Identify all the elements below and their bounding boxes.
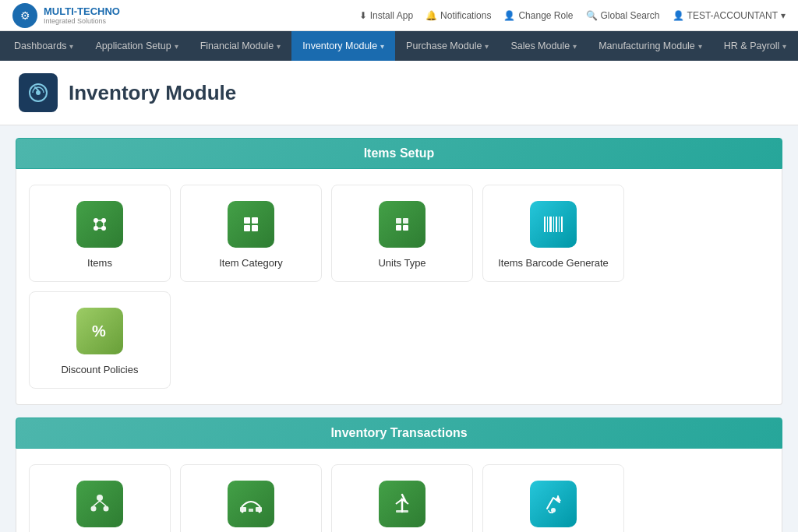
inventory-transactions-header: Inventory Transactions bbox=[16, 417, 782, 449]
items-setup-cards: Items Item Category bbox=[29, 185, 769, 389]
item-category-card[interactable]: Item Category bbox=[180, 185, 322, 282]
svg-rect-20 bbox=[547, 217, 548, 232]
svg-rect-34 bbox=[249, 509, 253, 512]
category-svg bbox=[239, 213, 263, 236]
svg-rect-23 bbox=[556, 217, 557, 232]
svg-rect-16 bbox=[403, 218, 408, 224]
inventory-adjustment-card[interactable]: Inventory Adjustment bbox=[29, 464, 171, 532]
svg-rect-25 bbox=[561, 217, 563, 232]
user-icon: 👤 bbox=[673, 10, 684, 21]
issue-svg bbox=[390, 491, 415, 516]
search-icon: 🔍 bbox=[586, 10, 598, 21]
change-role-btn[interactable]: 👤 Change Role bbox=[503, 10, 573, 21]
svg-rect-19 bbox=[544, 217, 546, 232]
nav-manufacturing-module[interactable]: Manufacturing Module ▾ bbox=[588, 31, 713, 61]
inventory-transactions-cards: Inventory Adjustment Inventory Tr bbox=[29, 464, 769, 532]
main-content: Items Setup bbox=[0, 125, 798, 532]
page-header: Inventory Module bbox=[0, 61, 798, 125]
bell-icon: 🔔 bbox=[425, 10, 437, 21]
chevron-down-icon: ▾ bbox=[69, 42, 73, 51]
units-type-label: Units Type bbox=[378, 257, 425, 269]
chevron-down-icon: ▾ bbox=[573, 42, 577, 51]
discount-icon: % bbox=[76, 308, 123, 354]
svg-rect-24 bbox=[559, 217, 560, 232]
items-setup-section: Items Setup bbox=[16, 138, 782, 405]
chevron-down-icon: ▾ bbox=[175, 42, 178, 51]
svg-rect-14 bbox=[252, 225, 258, 231]
nav-purchase-module[interactable]: Purchase Module ▾ bbox=[395, 31, 500, 61]
svg-text:%: % bbox=[92, 322, 106, 340]
barcode-generate-card[interactable]: Items Barcode Generate bbox=[482, 185, 624, 282]
svg-rect-11 bbox=[244, 217, 250, 224]
items-icon bbox=[76, 201, 123, 248]
chevron-down-icon: ▾ bbox=[485, 42, 489, 51]
items-label: Items bbox=[87, 257, 112, 269]
transfer-svg bbox=[238, 491, 263, 516]
install-icon: ⬇ bbox=[359, 10, 367, 21]
item-category-label: Item Category bbox=[219, 257, 283, 269]
nav-bar: Dashboards ▾ Application Setup ▾ Financi… bbox=[0, 31, 798, 61]
item-category-icon bbox=[228, 201, 274, 248]
svg-rect-17 bbox=[396, 225, 401, 231]
logo-icon: ⚙ bbox=[12, 3, 37, 28]
svg-rect-22 bbox=[553, 217, 554, 232]
svg-point-27 bbox=[97, 495, 103, 501]
barcode-svg bbox=[542, 213, 565, 235]
material-issue-icon bbox=[379, 481, 425, 527]
utility-actions: ⬇ Install App 🔔 Notifications 👤 Change R… bbox=[359, 10, 786, 21]
material-return-card[interactable]: Material Return Note bbox=[482, 464, 624, 532]
svg-line-30 bbox=[94, 501, 100, 506]
nav-inventory-module[interactable]: Inventory Module ▾ bbox=[291, 31, 395, 61]
install-app-btn[interactable]: ⬇ Install App bbox=[359, 10, 413, 21]
speedometer-icon bbox=[27, 82, 49, 104]
svg-rect-18 bbox=[403, 225, 408, 231]
discount-label: Discount Policies bbox=[62, 364, 139, 375]
return-svg bbox=[541, 491, 566, 516]
discount-policies-card[interactable]: % Discount Policies bbox=[29, 291, 171, 389]
svg-rect-37 bbox=[396, 510, 408, 513]
svg-rect-15 bbox=[396, 218, 401, 224]
items-setup-body: Items Item Category bbox=[16, 169, 782, 405]
nav-dashboards[interactable]: Dashboards ▾ bbox=[3, 31, 84, 61]
page-title: Inventory Module bbox=[69, 81, 236, 105]
nav-sales-module[interactable]: Sales Module ▾ bbox=[500, 31, 588, 61]
chevron-down-icon: ▾ bbox=[698, 42, 702, 51]
items-setup-header: Items Setup bbox=[16, 138, 782, 169]
material-return-icon bbox=[530, 481, 577, 527]
discount-svg: % bbox=[88, 319, 111, 343]
inventory-transactions-body: Inventory Adjustment Inventory Tr bbox=[16, 449, 782, 532]
inventory-adjustment-icon bbox=[76, 481, 123, 527]
notifications-btn[interactable]: 🔔 Notifications bbox=[425, 10, 491, 21]
svg-line-31 bbox=[100, 501, 106, 506]
units-type-card[interactable]: Units Type bbox=[331, 185, 473, 282]
barcode-label: Items Barcode Generate bbox=[498, 257, 609, 269]
svg-point-35 bbox=[242, 511, 244, 513]
svg-point-28 bbox=[91, 506, 97, 512]
module-icon bbox=[19, 73, 58, 112]
barcode-icon bbox=[530, 201, 577, 248]
inventory-transactions-section: Inventory Transactions Inventory Adjustm… bbox=[16, 417, 782, 532]
items-card[interactable]: Items bbox=[29, 185, 171, 282]
nav-application-setup[interactable]: Application Setup ▾ bbox=[84, 31, 189, 61]
inventory-transfer-icon bbox=[228, 481, 274, 527]
svg-rect-21 bbox=[549, 217, 552, 232]
nav-hr-payroll[interactable]: HR & Payroll ▾ bbox=[713, 31, 798, 61]
global-search-btn[interactable]: 🔍 Global Search bbox=[586, 10, 660, 21]
logo-area: ⚙ MULTI-TECHNO Integrated Solutions bbox=[12, 3, 120, 28]
nav-financial-module[interactable]: Financial Module ▾ bbox=[189, 31, 292, 61]
chevron-down-icon: ▾ bbox=[782, 42, 786, 51]
units-type-icon bbox=[379, 201, 425, 248]
inventory-transfer-card[interactable]: Inventory Transfer bbox=[180, 464, 322, 532]
svg-rect-12 bbox=[252, 217, 258, 224]
utility-bar: ⚙ MULTI-TECHNO Integrated Solutions ⬇ In… bbox=[0, 0, 798, 31]
svg-rect-13 bbox=[244, 225, 250, 231]
svg-marker-38 bbox=[555, 496, 561, 501]
chevron-down-icon: ▾ bbox=[277, 42, 281, 51]
units-svg bbox=[390, 213, 414, 236]
material-issue-card[interactable]: Material Issue Note bbox=[331, 464, 473, 532]
svg-point-29 bbox=[104, 506, 109, 512]
chevron-down-icon: ▾ bbox=[380, 42, 384, 51]
adjustment-svg bbox=[87, 491, 112, 516]
role-icon: 👤 bbox=[503, 10, 515, 21]
user-menu-btn[interactable]: 👤 TEST-ACCOUNTANT ▾ bbox=[673, 10, 786, 21]
